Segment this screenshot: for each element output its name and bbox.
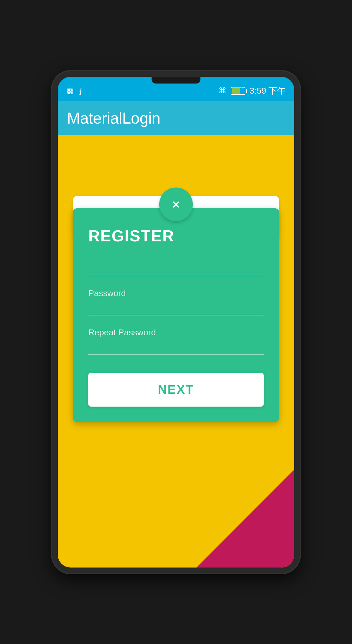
battery-fill xyxy=(232,88,240,94)
background-triangle xyxy=(196,470,294,568)
register-title: REGISTER xyxy=(88,227,264,245)
close-button[interactable]: × xyxy=(159,188,193,221)
password-input[interactable] xyxy=(88,300,264,315)
sim-card-icon: ▩ xyxy=(66,87,73,95)
email-field-wrapper xyxy=(88,260,264,276)
battery-icon xyxy=(231,87,245,95)
repeat-password-field-wrapper: Repeat Password xyxy=(88,328,264,355)
wifi-icon: ⌘ xyxy=(218,86,226,95)
email-input[interactable] xyxy=(88,260,264,276)
close-icon: × xyxy=(172,197,180,211)
repeat-password-input[interactable] xyxy=(88,339,264,355)
repeat-password-label: Repeat Password xyxy=(88,328,264,337)
password-label: Password xyxy=(88,288,264,298)
close-button-wrapper: × xyxy=(159,188,193,221)
password-field-wrapper: Password xyxy=(88,288,264,315)
register-card: × REGISTER Password Repeat Password NEXT xyxy=(73,208,279,422)
app-bar: MaterialLogin xyxy=(58,101,294,135)
phone-frame: ▩ ⨍ ⌘ 3:59 下午 MaterialLogin × xyxy=(52,71,300,573)
time-display: 3:59 下午 xyxy=(250,85,286,97)
status-bar-left: ▩ ⨍ xyxy=(66,87,83,95)
phone-notch xyxy=(152,77,200,84)
app-title: MaterialLogin xyxy=(67,109,160,127)
main-content: × REGISTER Password Repeat Password NEXT xyxy=(58,135,294,568)
next-button[interactable]: NEXT xyxy=(88,373,264,407)
usb-icon: ⨍ xyxy=(79,87,83,95)
status-bar-right: ⌘ 3:59 下午 xyxy=(218,85,286,97)
